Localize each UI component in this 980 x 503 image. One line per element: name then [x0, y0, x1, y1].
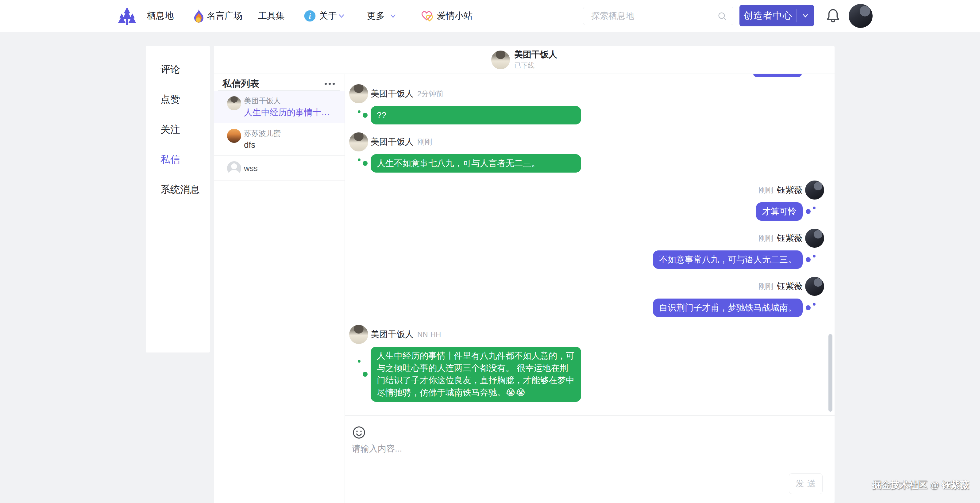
message-input[interactable] — [352, 440, 812, 458]
message-bubble: 才算可怜 — [756, 202, 803, 221]
chat-message: 美团干饭人 刚刚 人生不如意事七八九，可与人言者无二三。 — [345, 132, 835, 173]
chat-messages-area: 美团干饭人 2分钟前 ?? 美团干饭人 刚刚 人生不如意事七八九，可与人言者无二… — [345, 74, 835, 415]
sidebar-item-label: 私信 — [161, 153, 180, 167]
message-author: 美团干饭人 — [371, 88, 414, 100]
message-avatar[interactable] — [349, 132, 368, 151]
chat-message: 钰紫薇 刚刚 自识荆门子才甫，梦驰铁马战城南。 — [345, 277, 835, 317]
chat-header: 美团干饭人 已下线 — [214, 46, 835, 74]
chat-message: 美团干饭人 2分钟前 ?? — [345, 84, 835, 124]
double-hearts-icon — [421, 10, 434, 22]
message-author: 钰紫薇 — [777, 232, 803, 244]
conversation-list: 私信列表 美团干饭人 人生中经历的事情十件... 苏苏波儿蜜 — [214, 74, 345, 503]
conversation-item[interactable]: wss — [214, 156, 345, 181]
message-author: 钰紫薇 — [777, 184, 803, 196]
composer-divider — [345, 415, 835, 416]
conversation-list-title: 私信列表 — [223, 78, 259, 90]
sidebar-item[interactable]: 系统消息 — [146, 175, 210, 205]
messages-panel: 美团干饭人 已下线 私信列表 美团干饭人 人生中经历的事情十件... — [214, 46, 835, 503]
sidebar-item-label: 评论 — [161, 63, 180, 76]
send-button[interactable]: 发送 — [789, 473, 822, 494]
nav-item-home[interactable]: 栖息地 — [147, 10, 173, 22]
smiley-icon[interactable] — [352, 425, 366, 440]
sidebar-item-label: 关注 — [161, 123, 180, 136]
conversation-preview: dfs — [244, 140, 281, 151]
message-bubble: 人生中经历的事情十件里有八九件都不如人意的，可与之倾吐心事的人连两三个都没有。 … — [371, 347, 581, 402]
message-author: 钰紫薇 — [777, 281, 803, 292]
bell-icon — [826, 7, 841, 24]
flame-coin-icon — [192, 9, 205, 23]
message-time: 刚刚 — [759, 185, 773, 195]
conversation-avatar — [227, 161, 241, 175]
message-avatar[interactable] — [805, 181, 824, 200]
conversation-avatar — [227, 129, 241, 143]
message-bubble: 自识荆门子才甫，梦驰铁马战城南。 — [653, 298, 803, 317]
chevron-down-icon[interactable] — [337, 12, 345, 20]
top-navbar: 栖息地 名言广场 工具集 i 关于 更多 爱情小站 创造者中心 — [0, 0, 980, 32]
nav-item-tools[interactable]: 工具集 — [258, 10, 285, 22]
message-time: 刚刚 — [759, 281, 773, 291]
message-time: 刚刚 — [417, 137, 432, 147]
conversation-preview: 人生中经历的事情十件... — [244, 107, 336, 118]
chevron-down-icon[interactable] — [802, 12, 810, 20]
site-logo-icon[interactable] — [118, 6, 137, 26]
watermark: 掘金技术社区 @ 钰紫薇 — [872, 479, 969, 491]
nav-item-more[interactable]: 更多 — [367, 10, 385, 22]
message-time: 刚刚 — [759, 233, 773, 243]
sidebar-item[interactable]: 私信 — [146, 145, 210, 175]
conversation-name: 美团干饭人 — [244, 96, 336, 105]
message-avatar[interactable] — [805, 228, 824, 248]
conversation-item[interactable]: 美团干饭人 人生中经历的事情十件... — [214, 91, 345, 123]
sidebar-item[interactable]: 关注 — [146, 115, 210, 145]
sidebar-item-label: 系统消息 — [161, 183, 200, 197]
chat-scrollbar-thumb[interactable] — [829, 334, 832, 412]
peer-name: 美团干饭人 — [514, 50, 557, 59]
search-icon[interactable] — [717, 11, 727, 21]
notification-sidebar: 评论 点赞 关注 私信 系统消息 — [146, 46, 210, 352]
nav-item-love[interactable]: 爱情小站 — [437, 10, 473, 22]
message-avatar[interactable] — [805, 277, 824, 296]
user-avatar[interactable] — [849, 4, 873, 28]
chat-message: 钰紫薇 刚刚 不如意事常八九，可与语人无二三。 — [345, 228, 835, 269]
message-bubble: 不如意事常八九，可与语人无二三。 — [653, 251, 803, 269]
info-circle-icon: i — [304, 10, 316, 22]
message-author: 美团干饭人 — [371, 136, 414, 148]
notifications-bell[interactable] — [826, 7, 841, 24]
nav-item-about[interactable]: 关于 — [319, 10, 337, 22]
search-input[interactable] — [583, 7, 733, 25]
svg-text:i: i — [309, 12, 311, 20]
creator-center-label: 创造者中心 — [740, 10, 797, 22]
message-avatar[interactable] — [349, 84, 368, 103]
conversation-name: wss — [244, 161, 258, 175]
message-author: 美团干饭人 — [371, 328, 414, 340]
message-time: 2分钟前 — [417, 89, 443, 99]
peer-avatar[interactable] — [491, 51, 510, 69]
peer-status: 已下线 — [514, 61, 557, 70]
creator-center-button[interactable]: 创造者中心 — [740, 5, 814, 26]
sidebar-item[interactable]: 点赞 — [146, 85, 210, 115]
message-bubble: ?? — [371, 106, 581, 124]
message-avatar[interactable] — [349, 325, 368, 344]
conversation-name: 苏苏波儿蜜 — [244, 129, 281, 138]
nav-item-quotes[interactable]: 名言广场 — [207, 10, 242, 22]
conversation-item[interactable]: 苏苏波儿蜜 dfs — [214, 123, 345, 156]
ellipsis-icon[interactable] — [324, 81, 336, 87]
sidebar-item-label: 点赞 — [161, 93, 180, 106]
message-time: NN-HH — [417, 330, 441, 339]
chat-message: 美团干饭人 NN-HH 人生中经历的事情十件里有八九件都不如人意的，可与之倾吐心… — [345, 325, 835, 402]
sidebar-item[interactable]: 评论 — [146, 55, 210, 85]
conversation-avatar — [227, 96, 241, 110]
chevron-down-icon[interactable] — [389, 12, 397, 20]
chat-message: 钰紫薇 刚刚 才算可怜 — [345, 181, 835, 221]
global-search — [583, 7, 733, 25]
message-bubble: 人生不如意事七八九，可与人言者无二三。 — [371, 154, 581, 173]
